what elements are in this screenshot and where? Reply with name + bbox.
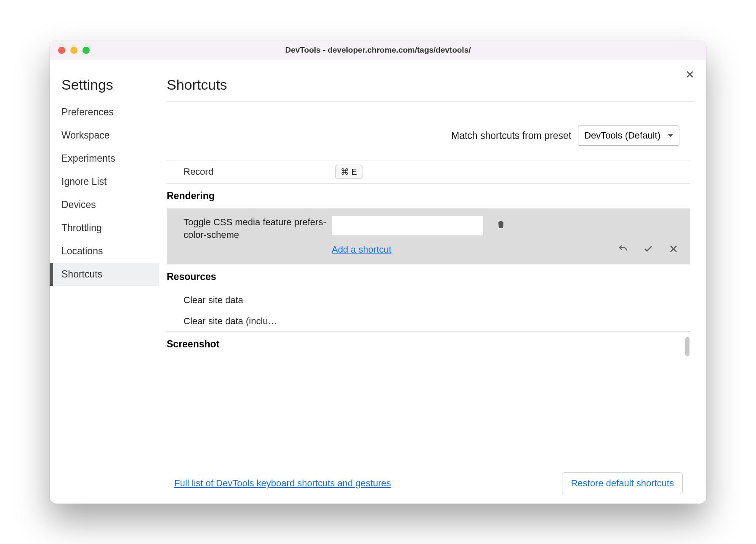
- minimize-window-button[interactable]: [70, 47, 77, 54]
- shortcut-row-clear-site-data-inclu: Clear site data (inclu…: [184, 315, 335, 328]
- sidebar-item-shortcuts[interactable]: Shortcuts: [50, 263, 159, 286]
- settings-sidebar: Settings Preferences Workspace Experimen…: [50, 60, 159, 504]
- footer: Full list of DevTools keyboard shortcuts…: [167, 467, 695, 504]
- section-rendering: Rendering Toggle CSS media feature prefe…: [167, 183, 690, 264]
- devtools-window: DevTools - developer.chrome.com/tags/dev…: [50, 40, 706, 504]
- preset-select[interactable]: DevTools (Default): [578, 125, 679, 146]
- traffic-lights: [58, 47, 90, 54]
- sidebar-item-devices[interactable]: Devices: [50, 193, 159, 216]
- sidebar-item-preferences[interactable]: Preferences: [50, 101, 159, 124]
- delete-shortcut-icon[interactable]: [496, 219, 506, 232]
- section-title-screenshot: Screenshot: [167, 331, 690, 357]
- shortcut-row-record-label: Record: [184, 165, 335, 178]
- section-screenshot: Screenshot: [167, 331, 690, 357]
- shortcuts-panel: Shortcuts Match shortcuts from preset De…: [159, 60, 706, 504]
- maximize-window-button[interactable]: [83, 47, 90, 54]
- preset-row: Match shortcuts from preset DevTools (De…: [167, 102, 695, 160]
- titlebar: DevTools - developer.chrome.com/tags/dev…: [50, 40, 706, 60]
- shortcut-input[interactable]: [332, 216, 483, 235]
- scrollbar-thumb[interactable]: [685, 337, 689, 356]
- section-record: Record ⌘ E: [167, 160, 690, 183]
- sidebar-item-ignore-list[interactable]: Ignore List: [50, 170, 159, 193]
- undo-icon[interactable]: [618, 243, 628, 257]
- shortcut-edit-row: Toggle CSS media feature prefers-color-s…: [167, 208, 690, 264]
- restore-defaults-button[interactable]: Restore default shortcuts: [562, 472, 683, 494]
- preset-label: Match shortcuts from preset: [451, 130, 571, 141]
- sidebar-item-throttling[interactable]: Throttling: [50, 216, 159, 240]
- preset-select-value: DevTools (Default): [584, 130, 660, 141]
- sidebar-item-experiments[interactable]: Experiments: [50, 147, 159, 170]
- shortcut-row-clear-site-data: Clear site data: [184, 294, 335, 307]
- close-window-button[interactable]: [58, 47, 65, 54]
- shortcut-edit-label: Toggle CSS media feature prefers-color-s…: [184, 216, 327, 241]
- section-title-rendering: Rendering: [167, 183, 690, 208]
- cancel-icon[interactable]: [668, 243, 679, 257]
- page-title: Shortcuts: [167, 77, 695, 102]
- shortcut-key-record: ⌘ E: [335, 165, 362, 179]
- sidebar-item-workspace[interactable]: Workspace: [50, 124, 159, 147]
- window-title: DevTools - developer.chrome.com/tags/dev…: [50, 45, 706, 55]
- settings-heading: Settings: [50, 77, 159, 101]
- shortcuts-scroll-area[interactable]: Record ⌘ E Rendering Toggle CSS media fe…: [167, 160, 690, 467]
- section-title-resources: Resources: [167, 264, 690, 289]
- sidebar-item-locations[interactable]: Locations: [50, 240, 159, 263]
- confirm-icon[interactable]: [643, 243, 653, 257]
- section-resources: Resources Clear site data Clear site dat…: [167, 264, 690, 331]
- full-shortcuts-link[interactable]: Full list of DevTools keyboard shortcuts…: [174, 478, 391, 489]
- edit-actions: [618, 243, 679, 257]
- add-shortcut-link[interactable]: Add a shortcut: [332, 244, 391, 255]
